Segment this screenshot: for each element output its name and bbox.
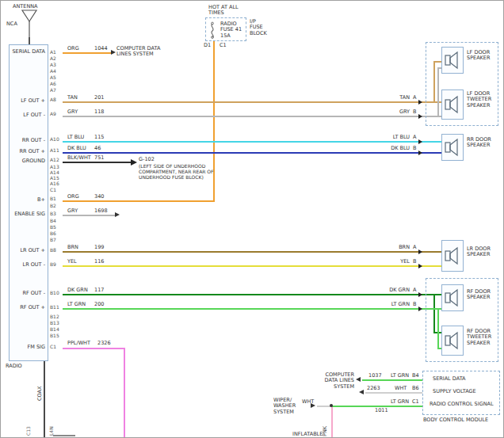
enable-circuit-label: 1698 (94, 208, 108, 215)
arrow-enable-sig (115, 212, 120, 217)
radio-pin-a12: A12 (50, 157, 59, 162)
lr-door-speaker-label: LR DOOR SPEAKER (467, 246, 498, 258)
radio-pin-a4: A4 (50, 68, 56, 74)
arrow-rr-minus (418, 139, 422, 144)
rr-plus-pin-letter: B (413, 146, 416, 152)
signal-fm-sig: FM SIG (4, 345, 45, 351)
antenna-icon (21, 9, 38, 37)
bcm-radio-ctl-color-label: LT GRN (391, 399, 409, 406)
lr-plus-color-label-right: BRN (378, 245, 410, 251)
speaker-icon (443, 329, 462, 352)
serial-circuit-label: 1044 (94, 46, 108, 52)
radio-pin-b6: B6 (50, 230, 56, 236)
radio-pin-a3: A3 (50, 62, 56, 67)
rf-minus-pin-letter: A (413, 288, 416, 294)
wire-bcm-serial (362, 379, 422, 381)
arrow-bcm-supply (359, 390, 364, 394)
signal-lr-out-plus: LR OUT + (4, 248, 45, 254)
speaker-icon (443, 49, 462, 71)
radio-pin-a11: A11 (50, 147, 59, 153)
computer-data-lines-label-bottom: COMPUTER DATA LINES SYSTEM (313, 372, 354, 390)
radio-label: RADIO (6, 364, 22, 370)
rf-minus-color-label: DK GRN (67, 288, 88, 294)
bcm-supply-voltage-label: SUPPLY VOLTAGE (433, 389, 476, 395)
signal-rf-out-plus: RF OUT + (4, 305, 45, 311)
signal-lr-out-minus: LR OUT - (4, 262, 45, 269)
radio-pin-a15: A15 (50, 175, 59, 181)
bcm-radio-ctl-circuit-label: 1011 (375, 408, 388, 414)
radio-pin-b5: B5 (50, 224, 56, 230)
wire-bcm-supply (365, 392, 422, 394)
arrow-rf-plus (418, 307, 422, 311)
lr-minus-circuit-label: 116 (94, 259, 104, 265)
antenna-code-label: NCA (6, 21, 17, 28)
radio-pin-b11: B11 (50, 304, 59, 310)
arrow-lr-minus (418, 264, 422, 269)
signal-enable: ENABLE SIG (4, 211, 45, 218)
wire-serial-data (63, 52, 111, 54)
radio-pin-a2: A2 (50, 55, 56, 61)
radio-pin-b14: B14 (50, 326, 59, 332)
speaker-icon (443, 93, 462, 116)
fuse-icon (208, 21, 217, 39)
arrow-bcm-serial (356, 377, 361, 382)
rf-door-tweeter-box (441, 326, 464, 356)
radio-pin-b12: B12 (50, 314, 59, 319)
lf-minus-circuit-label: 118 (94, 109, 104, 116)
signal-ground: GROUND (4, 158, 45, 165)
wire-coax (44, 361, 45, 438)
fuse-name-label: RADIO FUSE 41 15A (220, 21, 242, 39)
fm-circuit-label: 2326 (97, 341, 111, 347)
rr-minus-color-label-right: LT BLU (378, 135, 410, 141)
rf-door-speaker-label: RF DOOR SPEAKER (467, 289, 498, 301)
radio-pin-a7: A7 (50, 87, 56, 93)
bcm-label: BODY CONTROL MODULE (423, 417, 488, 424)
wire-rf-minus (63, 294, 441, 295)
lf-minus-color-label-right: GRY (378, 109, 410, 116)
arrow-rf-minus (418, 292, 422, 297)
rr-minus-color-label: LT BLU (67, 135, 84, 141)
rf-plus-color-label-right: LT GRN (378, 302, 410, 308)
rr-door-speaker-label: RR DOOR SPEAKER (467, 137, 498, 149)
wire-fm-sig-vertical (124, 348, 125, 438)
radio-pin-a6: A6 (50, 81, 56, 86)
rf-minus-color-label-right: DK GRN (378, 288, 410, 294)
radio-pin-b10: B10 (50, 290, 59, 295)
serial-color-label: ORG (67, 46, 79, 52)
arrow-rr-plus (418, 150, 422, 155)
bcm-serial-color-label: LT GRN (391, 373, 409, 379)
wire-lr-minus (63, 265, 441, 267)
lr-minus-pin-letter: B (413, 259, 416, 265)
rr-plus-circuit-label: 46 (94, 146, 101, 152)
ground-location-note: (LEFT SIDE OF UNDERHOOD COMPARTMENT, NEA… (139, 164, 214, 181)
radio-pin-b1: B1 (50, 196, 56, 201)
wiper-wht-label: WHT (302, 399, 314, 406)
radio-pin-a8: A8 (50, 97, 56, 102)
inflatable-label: INFLATABLE (292, 432, 323, 438)
coax-label: COAX (36, 387, 43, 401)
speaker-icon (443, 136, 462, 158)
radio-pin-b4: B4 (50, 218, 56, 223)
radio-pin-b9: B9 (50, 261, 56, 267)
signal-lf-out-plus: LF OUT + (4, 98, 45, 105)
lf-minus-pin-letter: B (413, 109, 416, 116)
bcm-serial-data-label: SERIAL DATA (433, 376, 466, 383)
radio-pin-a1: A1 (50, 49, 56, 55)
lf-plus-color-label-right: TAN (378, 95, 410, 101)
radio-pin-column: A1A2A3A4A5A6A7A8A9A10A11A12A13A14A15A16C… (50, 1, 64, 438)
bcm-supply-color-label: WHT (395, 386, 407, 392)
arrow-lf-plus (418, 100, 422, 105)
lr-door-speaker-box (441, 240, 464, 272)
antenna-lead-wire (29, 37, 30, 44)
fuse-pin-c1: C1 (220, 43, 227, 49)
lf-minus-color-label: GRY (67, 109, 78, 116)
rr-plus-color-label-right: DK BLU (378, 146, 410, 152)
rf-minus-circuit-label: 117 (94, 288, 104, 294)
lr-plus-color-label: BRN (67, 245, 78, 251)
arrow-lr-plus (418, 249, 422, 254)
wiring-diagram-page: ANTENNA NCA HOT AT ALL TIMES RADIO FUSE … (0, 0, 504, 438)
radio-pin-a13: A13 (50, 164, 59, 169)
signal-rr-out-plus: RR OUT + (4, 149, 45, 155)
bcm-serial-circuit-label: 1037 (368, 373, 382, 379)
wire-ground (63, 162, 132, 163)
